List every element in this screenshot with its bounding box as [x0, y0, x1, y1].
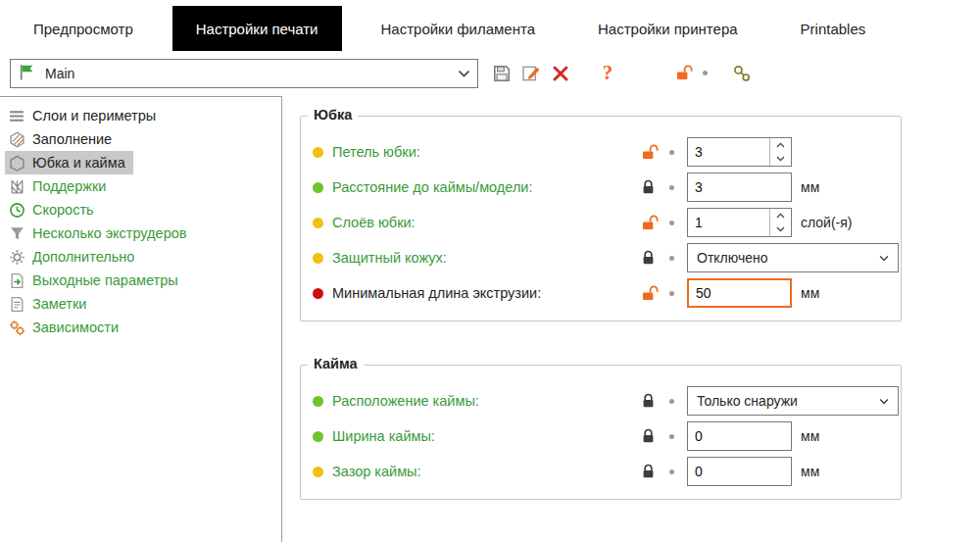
- dependencies-icon: [9, 320, 25, 336]
- save-icon[interactable]: [491, 63, 513, 84]
- setting-label: Зазор каймы:: [332, 464, 631, 479]
- dot-icon: [669, 150, 674, 155]
- unlock-icon[interactable]: [641, 215, 660, 231]
- content: Слои и периметрыЗаполнениеЮбка и каймаПо…: [0, 96, 980, 542]
- group-skirt: ЮбкаПетель юбки:Расстояние до каймы/моде…: [300, 116, 902, 321]
- unit-label: мм: [801, 428, 819, 444]
- setting-label: Слоёв юбки:: [332, 215, 631, 230]
- sidebar-item-multiple-extruders[interactable]: Несколько экструдеров: [5, 222, 194, 245]
- dot-icon: [669, 221, 674, 225]
- sidebar-item-skirt-brim[interactable]: Юбка и кайма: [5, 151, 133, 174]
- setting-label: Расположение каймы:: [332, 393, 631, 409]
- sidebar-item-label: Дополнительно: [32, 248, 134, 266]
- lock-icon[interactable]: [641, 428, 660, 444]
- setting-label: Защитный кожух:: [332, 250, 631, 266]
- unit-label: мм: [801, 179, 819, 195]
- chevron-down-icon: [879, 398, 889, 405]
- sidebar-item-advanced[interactable]: Дополнительно: [5, 245, 142, 269]
- skirt-icon: [9, 155, 25, 172]
- toolbar-icons: ?: [491, 63, 753, 84]
- value-input[interactable]: [688, 209, 769, 236]
- unit-label: слой(-я): [801, 215, 853, 230]
- tab-preview[interactable]: Предпросмотр: [10, 6, 157, 51]
- value-input[interactable]: [687, 172, 792, 202]
- tab-filament-settings[interactable]: Настройки филамента: [358, 6, 560, 51]
- mode-dot: [313, 467, 323, 477]
- setting-label: Петель юбки:: [332, 144, 631, 160]
- tab-print-settings[interactable]: Настройки печати: [172, 6, 342, 51]
- dot-icon: [669, 469, 674, 474]
- spin-down-button[interactable]: [770, 222, 791, 236]
- dot-icon: [669, 434, 674, 439]
- mode-dot: [313, 253, 323, 264]
- setting-row: Ширина каймы:мм: [313, 419, 897, 454]
- edit-icon[interactable]: [520, 63, 542, 84]
- group-title: Юбка: [308, 107, 358, 123]
- dot-icon: [669, 185, 674, 190]
- notes-icon: [9, 296, 25, 313]
- preset-combo[interactable]: Main: [10, 59, 478, 88]
- sidebar-item-label: Заметки: [32, 295, 86, 313]
- settings-category-list: Слои и периметрыЗаполнениеЮбка и каймаПо…: [0, 96, 282, 542]
- setting-label: Ширина каймы:: [332, 428, 631, 444]
- spin-up-button[interactable]: [770, 138, 791, 152]
- setting-label: Расстояние до каймы/модели:: [332, 179, 631, 195]
- sidebar-item-label: Поддержки: [32, 177, 106, 195]
- unlock-icon[interactable]: [641, 144, 660, 161]
- setting-row: Петель юбки:: [313, 134, 897, 170]
- unit-label: мм: [801, 464, 819, 479]
- lock-icon[interactable]: [641, 250, 660, 266]
- lock-icon[interactable]: [641, 464, 660, 479]
- sidebar-item-label: Скорость: [32, 201, 94, 219]
- lock-icon[interactable]: [641, 393, 660, 409]
- value-input[interactable]: [688, 138, 769, 166]
- flag-icon: [18, 63, 36, 84]
- output-icon: [9, 272, 25, 289]
- sidebar-item-label: Слои и периметры: [32, 107, 156, 124]
- setting-row: Зазор каймы:мм: [313, 454, 897, 489]
- question-icon[interactable]: ?: [597, 63, 618, 84]
- sidebar-item-output-options[interactable]: Выходные параметры: [5, 269, 186, 292]
- sidebar-item-supports[interactable]: Поддержки: [5, 174, 114, 198]
- setting-row: Слоёв юбки:слой(-я): [313, 205, 897, 240]
- dropdown[interactable]: Отключено: [687, 243, 899, 272]
- mode-dot: [313, 182, 323, 193]
- dropdown-value: Отключено: [697, 250, 768, 266]
- setting-row: Минимальная длина экструзии:мм: [313, 275, 897, 311]
- dot-icon: [669, 291, 674, 296]
- spinner-field: [687, 137, 792, 167]
- tab-bar: ПредпросмотрНастройки печатиНастройки фи…: [0, 0, 980, 51]
- sidebar-item-infill[interactable]: Заполнение: [5, 127, 120, 151]
- lock-icon[interactable]: [641, 179, 660, 195]
- unlock-icon[interactable]: [641, 285, 660, 302]
- unlock-icon[interactable]: [673, 63, 695, 84]
- dropdown[interactable]: Только снаружи: [687, 386, 899, 416]
- compare-icon[interactable]: [731, 63, 753, 84]
- sidebar-item-notes[interactable]: Заметки: [5, 292, 94, 316]
- preset-name: Main: [45, 66, 74, 81]
- spinner-field: [687, 208, 792, 237]
- chevron-down-icon[interactable]: [458, 70, 470, 77]
- delete-icon[interactable]: [550, 63, 571, 84]
- group-brim: КаймаРасположение каймы:Только снаружиШи…: [300, 365, 902, 500]
- toolbar: Main ?: [0, 51, 980, 96]
- sidebar-item-label: Зависимости: [32, 319, 119, 336]
- spin-down-button[interactable]: [770, 152, 791, 166]
- sidebar-item-layers-perimeters[interactable]: Слои и периметры: [5, 104, 164, 127]
- spinner-buttons: [769, 209, 791, 236]
- tab-printables[interactable]: Printables: [777, 6, 890, 51]
- sidebar-item-label: Заполнение: [32, 130, 112, 148]
- value-input[interactable]: [687, 278, 792, 308]
- mode-dot: [313, 218, 323, 228]
- value-input[interactable]: [687, 457, 792, 486]
- dot-icon: [669, 399, 674, 404]
- supports-icon: [9, 178, 25, 195]
- setting-row: Расположение каймы:Только снаружи: [313, 383, 897, 419]
- spin-up-button[interactable]: [770, 209, 791, 222]
- sidebar-item-dependencies[interactable]: Зависимости: [5, 316, 126, 339]
- sidebar-item-speed[interactable]: Скорость: [5, 198, 102, 222]
- mode-dot: [313, 288, 323, 299]
- tab-printer-settings[interactable]: Настройки принтера: [574, 6, 761, 51]
- value-input[interactable]: [687, 421, 792, 451]
- setting-row: Защитный кожух:Отключено: [313, 240, 897, 275]
